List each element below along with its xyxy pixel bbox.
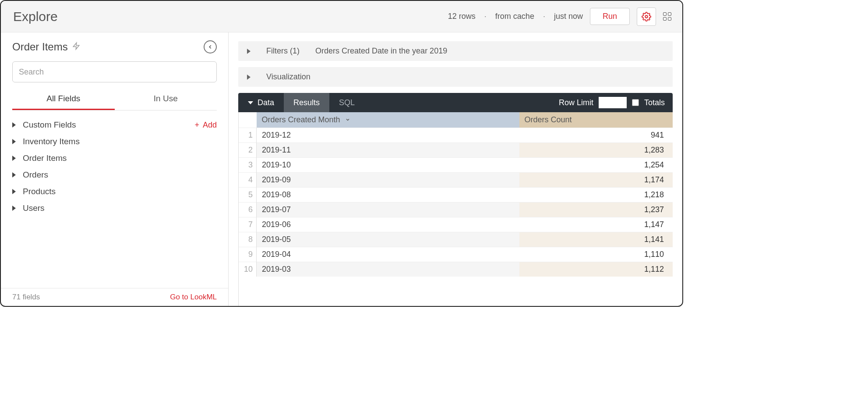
data-bar: Data Results SQL Row Limit Totals xyxy=(238,93,673,112)
cell-month[interactable]: 2019-03 xyxy=(257,262,519,277)
field-count: 71 fields xyxy=(12,293,40,302)
table-row: 82019-051,141 xyxy=(239,232,673,247)
column-header-measure[interactable]: Orders Count xyxy=(519,112,673,128)
data-tab[interactable]: Data xyxy=(238,93,284,112)
cell-month[interactable]: 2019-11 xyxy=(257,143,519,158)
cell-month[interactable]: 2019-09 xyxy=(257,173,519,188)
field-group-inventory-items[interactable]: Inventory Items xyxy=(12,133,217,150)
cell-count[interactable]: 1,141 xyxy=(519,232,673,247)
sidebar-header: Order Items xyxy=(1,32,228,58)
row-number: 4 xyxy=(239,173,257,188)
bolt-icon xyxy=(72,41,80,53)
cell-month[interactable]: 2019-07 xyxy=(257,203,519,217)
field-group-label: Products xyxy=(23,187,56,196)
separator-dot: · xyxy=(541,12,547,21)
table-row: 92019-041,110 xyxy=(239,247,673,262)
run-button[interactable]: Run xyxy=(590,8,630,25)
field-group-label: Inventory Items xyxy=(23,137,80,146)
tab-in-use[interactable]: In Use xyxy=(115,89,217,110)
meas-header-label: Orders Count xyxy=(525,115,572,124)
sql-tab[interactable]: SQL xyxy=(329,93,364,112)
search-input[interactable] xyxy=(12,61,217,82)
add-custom-field-link[interactable]: + Add xyxy=(194,121,217,130)
dim-header-label: Orders Created Month xyxy=(262,115,340,124)
field-group-custom-fields[interactable]: Custom Fields + Add xyxy=(12,117,217,133)
sql-tab-label: SQL xyxy=(339,98,355,107)
table-row: 102019-031,112 xyxy=(239,262,673,277)
row-limit-group: Row Limit Totals xyxy=(559,97,673,108)
row-number: 6 xyxy=(239,203,257,217)
table-row: 62019-071,237 xyxy=(239,203,673,217)
caret-right-icon xyxy=(12,206,16,211)
field-group-products[interactable]: Products xyxy=(12,183,217,200)
cell-count[interactable]: 941 xyxy=(519,128,673,143)
tab-all-fields[interactable]: All Fields xyxy=(12,89,115,110)
body: Order Items All Fields In Use Custom Fie… xyxy=(1,32,682,306)
cell-count[interactable]: 1,112 xyxy=(519,262,673,277)
field-group-label: Orders xyxy=(23,170,48,180)
caret-right-icon xyxy=(247,75,251,80)
totals-checkbox[interactable] xyxy=(632,99,639,106)
cell-month[interactable]: 2019-04 xyxy=(257,247,519,262)
row-number: 1 xyxy=(239,128,257,143)
cell-month[interactable]: 2019-06 xyxy=(257,217,519,232)
totals-label: Totals xyxy=(644,98,665,107)
collapse-sidebar-button[interactable] xyxy=(204,40,217,53)
results-table-wrap: Orders Created Month Orders Count 12019-… xyxy=(238,112,673,306)
add-label: Add xyxy=(203,121,217,130)
field-group-orders[interactable]: Orders xyxy=(12,167,217,183)
main-panel: Filters (1) Orders Created Date in the y… xyxy=(229,32,682,306)
time-status: just now xyxy=(554,12,583,21)
app-window: Explore 12 rows · from cache · just now … xyxy=(0,0,683,307)
cell-count[interactable]: 1,110 xyxy=(519,247,673,262)
row-limit-input[interactable] xyxy=(599,97,627,108)
caret-right-icon xyxy=(12,156,16,161)
cell-count[interactable]: 1,254 xyxy=(519,158,673,173)
field-group-users[interactable]: Users xyxy=(12,200,217,217)
data-tab-label: Data xyxy=(258,98,274,107)
cell-count[interactable]: 1,147 xyxy=(519,217,673,232)
cell-count[interactable]: 1,283 xyxy=(519,143,673,158)
cell-month[interactable]: 2019-12 xyxy=(257,128,519,143)
cell-count[interactable]: 1,237 xyxy=(519,203,673,217)
row-number: 8 xyxy=(239,232,257,247)
cell-month[interactable]: 2019-08 xyxy=(257,188,519,203)
caret-right-icon xyxy=(247,49,251,54)
field-group-order-items[interactable]: Order Items xyxy=(12,150,217,167)
page-title: Explore xyxy=(13,9,58,24)
cell-month[interactable]: 2019-10 xyxy=(257,158,519,173)
field-group-label: Custom Fields xyxy=(23,120,76,130)
field-list: Custom Fields + Add Inventory Items Orde… xyxy=(1,110,228,288)
table-row: 22019-111,283 xyxy=(239,143,673,158)
go-to-lookml-link[interactable]: Go to LookML xyxy=(170,293,217,302)
results-table: Orders Created Month Orders Count 12019-… xyxy=(239,112,673,277)
cell-month[interactable]: 2019-05 xyxy=(257,232,519,247)
column-header-dimension[interactable]: Orders Created Month xyxy=(257,112,519,128)
cell-count[interactable]: 1,174 xyxy=(519,173,673,188)
visualization-panel[interactable]: Visualization xyxy=(238,67,673,87)
svg-marker-1 xyxy=(73,43,79,50)
cell-count[interactable]: 1,218 xyxy=(519,188,673,203)
separator-dot: · xyxy=(483,12,488,21)
caret-right-icon xyxy=(12,139,16,144)
filters-summary: Orders Created Date in the year 2019 xyxy=(315,46,447,56)
filters-panel[interactable]: Filters (1) Orders Created Date in the y… xyxy=(238,41,673,61)
table-row: 12019-12941 xyxy=(239,128,673,143)
settings-button[interactable] xyxy=(637,7,656,26)
caret-right-icon xyxy=(12,189,16,194)
row-number: 3 xyxy=(239,158,257,173)
status-group: 12 rows · from cache · just now Run xyxy=(448,7,672,26)
gear-icon xyxy=(642,12,651,21)
table-row: 52019-081,218 xyxy=(239,188,673,203)
row-number: 7 xyxy=(239,217,257,232)
table-row: 32019-101,254 xyxy=(239,158,673,173)
dashboard-icon[interactable] xyxy=(663,12,672,21)
field-tabs: All Fields In Use xyxy=(12,89,217,110)
search-box xyxy=(12,61,217,82)
rows-status: 12 rows xyxy=(448,12,476,21)
results-tab[interactable]: Results xyxy=(284,93,329,112)
field-group-label: Users xyxy=(23,203,45,213)
top-header: Explore 12 rows · from cache · just now … xyxy=(1,1,682,32)
row-number: 5 xyxy=(239,188,257,203)
cache-status: from cache xyxy=(495,12,534,21)
